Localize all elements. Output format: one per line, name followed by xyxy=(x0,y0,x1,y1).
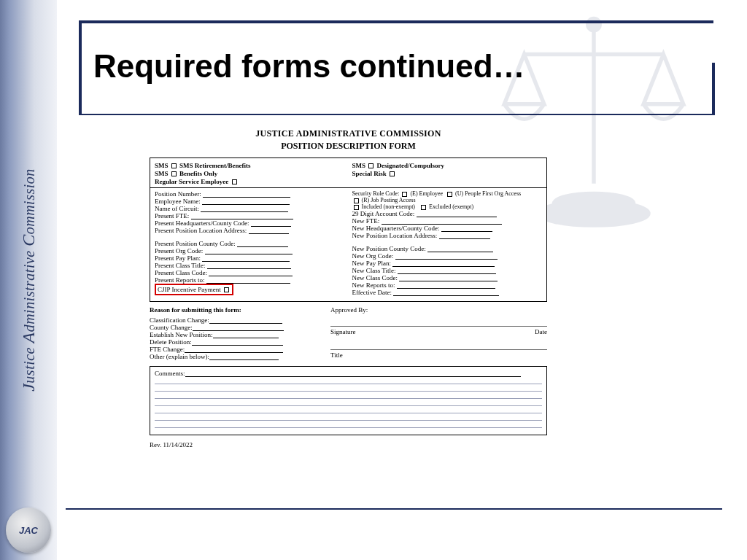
sidebar-org-name: Justice Administrative Commission xyxy=(19,168,39,392)
field-new-class-code: New Class Code: xyxy=(352,274,398,281)
field-present-loc-addr: Present Position Location Address: xyxy=(155,227,247,234)
field-present-org-code: Present Org Code: xyxy=(155,247,203,254)
checkbox-icon xyxy=(390,171,395,176)
revision-date: Rev. 11/14/2022 xyxy=(150,441,547,448)
field-account-code: 29 Digit Account Code: xyxy=(352,210,415,217)
checkbox-icon xyxy=(354,205,359,210)
checkbox-icon xyxy=(232,179,237,184)
field-name-of-circuit: Name of Circuit: xyxy=(155,205,199,212)
signature-label: Signature xyxy=(330,328,526,335)
sms-designated-label: Designated/Compulsory xyxy=(377,162,445,169)
sms-retirement-label: SMS Retirement/Benefits xyxy=(179,162,251,169)
field-new-class-title: New Class Title: xyxy=(352,267,396,274)
field-present-class-code: Present Class Code: xyxy=(155,269,207,276)
field-new-county-code: New Position County Code: xyxy=(352,245,426,252)
slide-title: Required forms continued… xyxy=(93,48,525,85)
field-position-number: Position Number: xyxy=(155,190,201,198)
reason-county: County Change: xyxy=(150,324,193,331)
reason-delete: Delete Position: xyxy=(150,338,192,346)
form-header-1: JUSTICE ADMINISTRATIVE COMMISSION xyxy=(150,128,547,139)
field-new-pay-plan: New Pay Plan: xyxy=(352,260,392,267)
field-present-hq-code: Present Headquarters/County Code: xyxy=(155,219,249,227)
field-new-loc-addr: New Position Location Address: xyxy=(352,232,438,239)
special-risk-label: Special Risk xyxy=(352,170,387,177)
org-seal-icon: JAC xyxy=(6,508,51,553)
opt-u-people: (U) People First Org Access xyxy=(455,190,521,197)
reason-other: Other (explain below): xyxy=(150,353,209,360)
field-new-hq-code: New Headquarters/County Code: xyxy=(352,225,440,232)
svg-point-2 xyxy=(588,18,600,30)
form-main-box: SMS SMS Retirement/Benefits SMS Designat… xyxy=(150,158,547,302)
checkbox-icon xyxy=(354,198,359,203)
reason-fte: FTE Change: xyxy=(150,346,185,353)
checkbox-icon xyxy=(224,287,229,292)
svg-point-4 xyxy=(539,201,649,225)
opt-included: Included (non-exempt) xyxy=(362,203,416,210)
date-label: Date xyxy=(535,328,547,335)
field-security-role: Security Role Code: xyxy=(352,190,400,197)
frame-border-right xyxy=(712,63,715,115)
field-new-fte: New FTE: xyxy=(352,217,380,225)
cjip-highlight: CJIP Incentive Payment xyxy=(155,284,233,295)
form-header-2: POSITION DESCRIPTION FORM xyxy=(150,141,547,152)
title-label: Title xyxy=(330,351,343,359)
sms-label-3: SMS xyxy=(155,170,169,177)
sidebar: Justice Administrative Commission JAC xyxy=(0,0,57,560)
checkbox-icon xyxy=(402,192,407,197)
reason-establish: Establish New Position: xyxy=(150,331,213,338)
opt-excluded: Excluded (exempt) xyxy=(429,203,473,210)
benefits-only-label: Benefits Only xyxy=(179,170,217,177)
field-present-class-title: Present Class Title: xyxy=(155,262,206,269)
field-present-fte: Present FTE: xyxy=(155,212,189,219)
approved-by-label: Approved By: xyxy=(330,306,547,314)
checkbox-icon xyxy=(421,205,426,210)
field-present-pay-plan: Present Pay Plan: xyxy=(155,254,201,262)
checkbox-icon xyxy=(171,171,177,176)
reason-heading: Reason for submitting this form: xyxy=(150,306,317,314)
field-new-reports-to: New Reports to: xyxy=(352,281,395,289)
comments-box: Comments: xyxy=(150,366,547,435)
position-description-form: JUSTICE ADMINISTRATIVE COMMISSION POSITI… xyxy=(150,124,547,448)
checkbox-icon xyxy=(368,163,374,168)
checkbox-icon xyxy=(447,192,452,197)
bottom-rule xyxy=(66,508,722,510)
regular-service-label: Regular Service Employee xyxy=(155,178,228,185)
field-new-org-code: New Org Code: xyxy=(352,252,394,260)
sms-label: SMS xyxy=(155,162,169,169)
checkbox-icon xyxy=(171,163,177,168)
field-present-reports-to: Present Reports to: xyxy=(155,276,205,284)
opt-r-job: (R) Job Posting Access xyxy=(362,197,416,203)
field-effective-date: Effective Date: xyxy=(352,289,392,296)
field-cjip: CJIP Incentive Payment xyxy=(158,286,221,293)
opt-e-employee: (E) Employee xyxy=(410,190,443,197)
frame-border-left xyxy=(79,20,82,115)
sms-label-2: SMS xyxy=(352,162,366,169)
field-employee-name: Employee Name: xyxy=(155,198,201,205)
comments-label: Comments: xyxy=(155,370,185,377)
field-present-county-code: Present Position County Code: xyxy=(155,240,236,247)
reason-classification: Classification Change: xyxy=(150,316,209,324)
